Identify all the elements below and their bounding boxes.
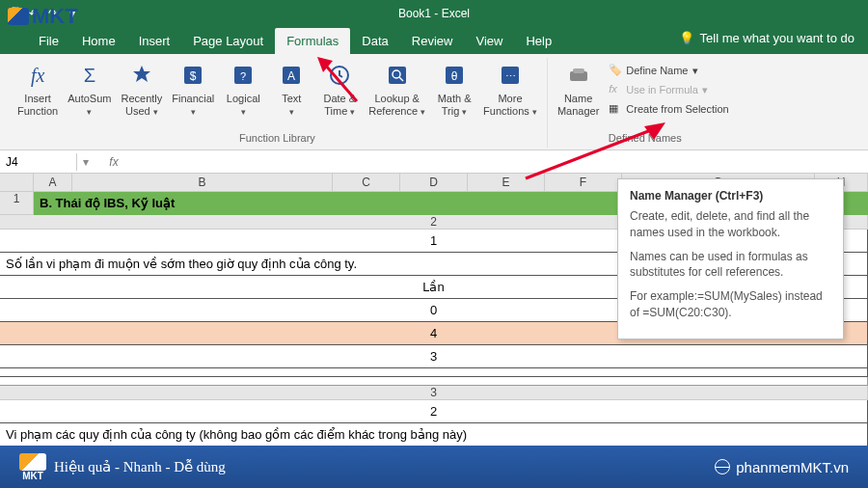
cell[interactable]: 3 [0, 345, 868, 368]
annotation-arrow-1 [313, 53, 371, 111]
col-header-b[interactable]: B [72, 174, 333, 192]
autosum-label: AutoSum [68, 93, 111, 104]
col-header-a[interactable]: A [34, 174, 72, 192]
document-title: Book1 - Excel [398, 7, 470, 20]
tab-formulas[interactable]: Formulas [275, 28, 350, 54]
footer-logo-text: MKT [22, 471, 43, 481]
svg-rect-14 [573, 68, 584, 73]
cell[interactable] [0, 377, 868, 386]
tag-icon: 🏷️ [609, 64, 622, 77]
tooltip-p2: Names can be used in formulas as substit… [630, 249, 831, 282]
text-icon: A [278, 62, 305, 89]
logical-button[interactable]: ? Logical▾ [220, 60, 266, 120]
star-icon [128, 62, 155, 89]
create-from-selection-button[interactable]: ▦ Create from Selection [607, 100, 730, 118]
tab-page-layout[interactable]: Page Layout [181, 28, 275, 54]
text-label: Text [282, 93, 301, 104]
row-header-1[interactable]: 1 [0, 192, 34, 215]
footer-logo-icon [19, 453, 46, 471]
tab-home[interactable]: Home [70, 28, 127, 54]
insert-function-label: Insert Function [17, 93, 58, 118]
financial-label: Financial [172, 93, 214, 104]
col-header-d[interactable]: D [400, 174, 468, 192]
mkt-logo-overlay: MKT [8, 4, 78, 29]
tab-file[interactable]: File [27, 28, 70, 54]
cell[interactable]: Vi phạm các quy định của công ty (không … [0, 423, 868, 447]
title-bar: 💾 ↶ ↷ ▾ Book1 - Excel [0, 0, 868, 27]
name-manager-button[interactable]: Name Manager [554, 60, 603, 120]
define-name-button[interactable]: 🏷️ Define Name ▾ [607, 62, 730, 79]
tell-me-search[interactable]: 💡 Tell me what you want to do [679, 31, 854, 45]
name-manager-label: Name Manager [557, 93, 599, 118]
fx-small-icon: fx [609, 83, 622, 96]
footer-slogan: Hiệu quả - Nhanh - Dễ dùng [54, 458, 226, 475]
ribbon-tabs: File Home Insert Page Layout Formulas Da… [0, 27, 868, 54]
name-box-dropdown-icon[interactable]: ▾ [77, 155, 95, 169]
fx-icon: fx [24, 62, 51, 89]
ribbon: fx Insert Function Σ AutoSum▾ Recently U… [0, 54, 868, 150]
use-in-formula-label: Use in Formula [626, 84, 698, 95]
svg-text:A: A [287, 69, 295, 83]
group-title-function-library: Function Library [239, 130, 315, 146]
svg-text:$: $ [190, 69, 197, 83]
tooltip-p3: For example:=SUM(MySales) instead of =SU… [630, 288, 831, 321]
footer-logo-block: MKT Hiệu quả - Nhanh - Dễ dùng [19, 453, 226, 481]
more-icon: ⋯ [497, 62, 524, 89]
svg-rect-7 [389, 67, 406, 84]
logical-label: Logical [227, 93, 260, 104]
chevron-down-icon: ▾ [692, 65, 698, 77]
svg-text:⋯: ⋯ [504, 70, 515, 82]
define-name-label: Define Name [626, 65, 688, 76]
fx-label[interactable]: fx [95, 155, 133, 169]
footer-site[interactable]: phanmemMKT.vn [715, 459, 849, 475]
create-from-selection-label: Create from Selection [626, 103, 728, 115]
tab-help[interactable]: Help [514, 28, 563, 54]
logical-icon: ? [230, 62, 257, 89]
tooltip-p1: Create, edit, delete, and find all the n… [630, 208, 831, 241]
financial-icon: $ [179, 62, 206, 89]
math-trig-button[interactable]: θ Math & Trig ▾ [431, 60, 477, 120]
more-functions-label: More Functions [483, 93, 529, 117]
formula-bar-row: J4 ▾ fx [0, 150, 868, 174]
cell[interactable] [0, 368, 868, 377]
svg-text:θ: θ [451, 69, 458, 83]
tab-insert[interactable]: Insert [127, 28, 182, 54]
col-header-c[interactable]: C [333, 174, 400, 192]
group-function-library: fx Insert Function Σ AutoSum▾ Recently U… [8, 58, 548, 148]
cell[interactable]: 2 [0, 400, 868, 423]
tab-view[interactable]: View [464, 28, 514, 54]
lookup-reference-button[interactable]: Lookup & Reference ▾ [365, 60, 429, 120]
recently-used-button[interactable]: Recently Used ▾ [117, 60, 166, 120]
lookup-label: Lookup & Reference [368, 93, 420, 117]
lookup-icon [384, 62, 411, 89]
row-header[interactable]: 3 [0, 386, 868, 400]
lightbulb-icon: 💡 [679, 31, 694, 45]
select-all-corner[interactable] [0, 174, 34, 192]
mkt-logo-text: MKT [32, 4, 78, 29]
formula-bar-input[interactable] [133, 160, 868, 164]
more-functions-button[interactable]: ⋯ More Functions ▾ [479, 60, 541, 120]
name-manager-icon [565, 62, 592, 89]
chevron-down-icon: ▾ [87, 107, 92, 117]
autosum-button[interactable]: Σ AutoSum▾ [64, 60, 115, 120]
chevron-down-icon: ▾ [702, 84, 708, 96]
footer-site-text: phanmemMKT.vn [736, 459, 849, 475]
tab-review[interactable]: Review [400, 28, 465, 54]
financial-button[interactable]: $ Financial▾ [168, 60, 218, 120]
selection-icon: ▦ [609, 102, 622, 116]
use-in-formula-button[interactable]: fx Use in Formula ▾ [607, 81, 730, 98]
mkt-logo-icon [8, 8, 29, 25]
name-box[interactable]: J4 [0, 153, 77, 171]
theta-icon: θ [441, 62, 468, 89]
text-button[interactable]: A Text▾ [268, 60, 314, 120]
tab-data[interactable]: Data [350, 28, 399, 54]
footer-bar: MKT Hiệu quả - Nhanh - Dễ dùng phanmemMK… [0, 446, 868, 488]
tooltip-title: Name Manager (Ctrl+F3) [630, 189, 831, 203]
globe-icon [715, 459, 730, 474]
insert-function-button[interactable]: fx Insert Function [14, 60, 62, 120]
tell-me-label: Tell me what you want to do [700, 31, 854, 45]
svg-text:?: ? [240, 70, 246, 82]
sigma-icon: Σ [76, 62, 103, 89]
name-manager-tooltip: Name Manager (Ctrl+F3) Create, edit, del… [617, 178, 844, 339]
